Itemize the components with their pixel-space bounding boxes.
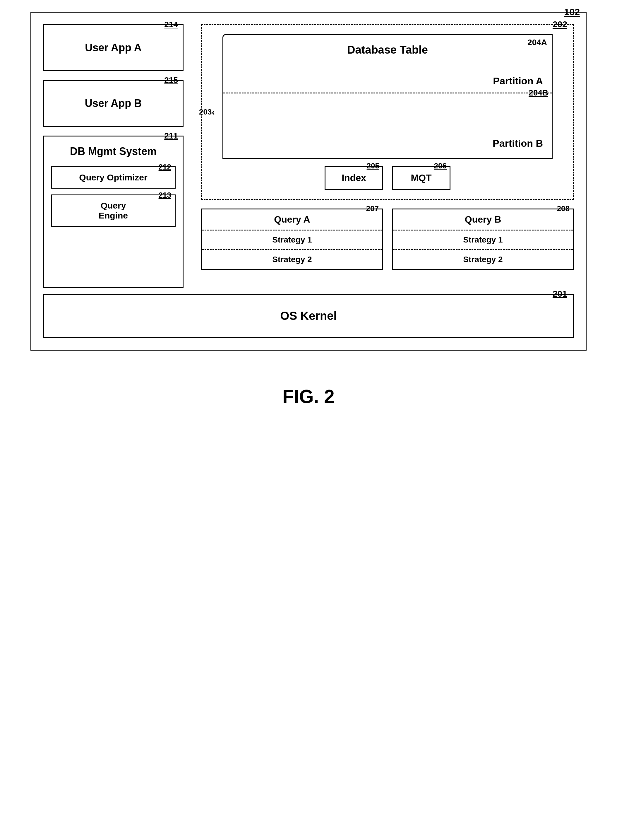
label-201: 201 [553, 289, 567, 299]
main-layout: 214 User App A 215 User App B 211 DB Mgm… [43, 24, 574, 288]
label-208: 208 [557, 204, 570, 213]
query-engine-box: 213 Query Engine [51, 194, 176, 227]
partition-a: Database Table Partition A [223, 35, 552, 93]
partition-b-title: Partition B [232, 138, 543, 149]
query-optimizer-title: Query Optimizer [58, 173, 169, 182]
query-row: 207 Query A Strategy 1 Strategy 2 208 Qu… [201, 209, 574, 270]
index-mqt-row: 205 Index 206 MQT [211, 166, 564, 190]
page-wrapper: 102 214 User App A 215 User App B 211 [31, 12, 586, 407]
label-207: 207 [366, 204, 379, 213]
label-212: 212 [159, 163, 171, 172]
query-b-strategy2: Strategy 2 [393, 250, 573, 269]
label-214: 214 [164, 20, 178, 29]
user-app-b-title: User App B [85, 97, 142, 109]
partition-b: 204B Partition B [223, 93, 552, 158]
fig-caption: FIG. 2 [282, 386, 335, 407]
label-203: 203 ‹ [199, 107, 214, 117]
db-table-title: Database Table [232, 44, 543, 56]
query-a-box: 207 Query A Strategy 1 Strategy 2 [201, 209, 383, 270]
query-a-strategy2: Strategy 2 [202, 250, 382, 269]
query-a-title: Query A [202, 209, 382, 231]
user-app-b-box: 215 User App B [43, 80, 183, 127]
mqt-title: MQT [411, 173, 431, 183]
db-mgmt-title: DB Mgmt System [51, 145, 176, 158]
outer-frame-102: 102 214 User App A 215 User App B 211 [31, 12, 586, 350]
dashed-area-202: 202 203 ‹ 204A Database Table [201, 24, 574, 200]
partition-a-title: Partition A [232, 75, 543, 87]
label-205: 205 [367, 161, 379, 170]
db-table-box: 204A Database Table Partition A 204B Par… [223, 34, 553, 159]
query-b-title: Query B [393, 209, 573, 231]
user-app-a-box: 214 User App A [43, 24, 183, 71]
query-b-strategy1: Strategy 1 [393, 231, 573, 250]
label-204a: 204A [527, 38, 547, 47]
label-211: 211 [164, 131, 178, 140]
left-column: 214 User App A 215 User App B 211 DB Mgm… [43, 24, 183, 288]
query-b-box: 208 Query B Strategy 1 Strategy 2 [392, 209, 574, 270]
label-202: 202 [553, 19, 567, 29]
label-204b: 204B [528, 88, 548, 98]
os-kernel-title: OS Kernel [280, 309, 337, 322]
query-a-strategy1: Strategy 1 [202, 231, 382, 250]
os-kernel-box: 201 OS Kernel [43, 294, 574, 338]
user-app-a-title: User App A [85, 41, 142, 54]
right-column: 202 203 ‹ 204A Database Table [201, 24, 574, 288]
db-mgmt-box: 211 DB Mgmt System 212 Query Optimizer 2… [43, 136, 183, 288]
index-box: 205 Index [325, 166, 383, 190]
label-102: 102 [564, 7, 580, 18]
query-engine-title: Query Engine [58, 201, 169, 220]
label-215: 215 [164, 75, 178, 85]
mqt-box: 206 MQT [392, 166, 450, 190]
label-206: 206 [434, 161, 447, 170]
index-title: Index [342, 173, 366, 183]
label-213: 213 [159, 191, 171, 200]
query-optimizer-box: 212 Query Optimizer [51, 166, 176, 189]
